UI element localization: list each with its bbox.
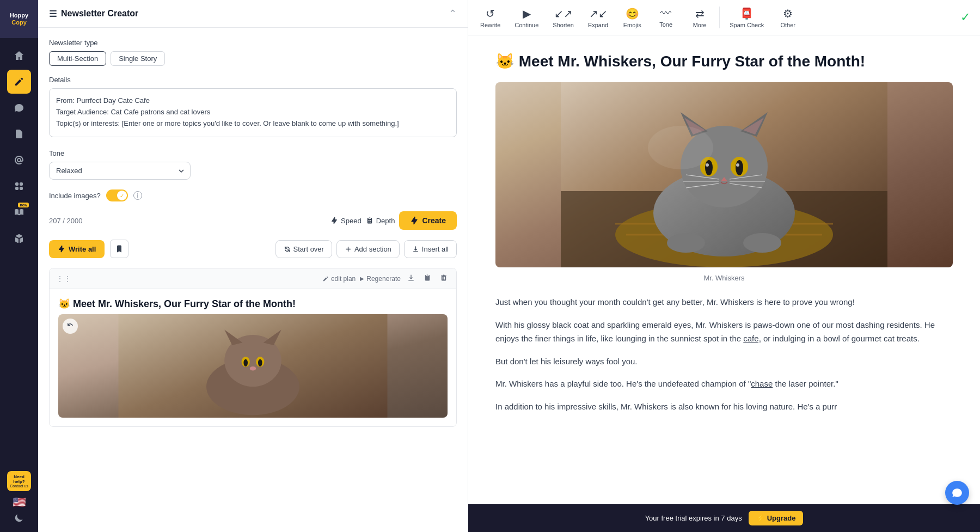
expand-button[interactable]: ↗↙ Expand (581, 3, 615, 33)
spam-check-icon: 📮 (740, 7, 754, 20)
edit-plan-button[interactable]: edit plan (322, 275, 356, 283)
shorten-label: Shorten (553, 22, 574, 28)
sidebar-item-home[interactable] (7, 44, 31, 68)
info-icon[interactable]: i (133, 191, 142, 200)
sidebar-item-chat[interactable] (7, 96, 31, 120)
shorten-icon: ↙↗ (554, 7, 573, 20)
toolbar-actions: edit plan ▶ Regenerate (322, 273, 450, 284)
delete-icon-button[interactable] (438, 273, 450, 284)
more-icon: ⇄ (695, 7, 705, 20)
logo-copy: Copy (11, 19, 27, 26)
speed-label: Speed (341, 217, 362, 225)
other-button[interactable]: ⚙ Other (771, 3, 804, 33)
newsletter-type-label: Newsletter type (49, 39, 457, 47)
dark-mode-toggle[interactable] (14, 513, 24, 525)
svg-point-8 (258, 359, 262, 366)
drag-handle-icon[interactable]: ⋮⋮ (56, 274, 71, 283)
bookmark-button[interactable] (110, 240, 128, 258)
preview-paragraph-4: Mr. Whiskers has a playful side too. He'… (495, 377, 953, 391)
help-subtitle: Contact us (9, 484, 29, 488)
sidebar-item-edit[interactable] (7, 70, 31, 94)
language-flag[interactable]: 🇺🇸 (13, 496, 26, 509)
depth-button[interactable]: Depth (366, 217, 395, 225)
upgrade-button[interactable]: ⚡ Upgrade (749, 511, 804, 525)
start-over-label: Start over (293, 245, 324, 253)
collapse-button[interactable]: ⌃ (449, 8, 457, 20)
section-image (58, 314, 448, 418)
tab-multi-section[interactable]: Multi-Section (49, 51, 106, 66)
export-icon-button[interactable] (405, 273, 417, 284)
write-all-label: Write all (69, 245, 96, 253)
tone-section: Tone Relaxed Professional Friendly Forma… (49, 149, 457, 180)
expand-icon: ↗↙ (589, 7, 608, 20)
panel-title-text: Newsletter Creator (61, 9, 138, 19)
svg-point-23 (705, 160, 713, 175)
details-label: Details (49, 76, 457, 84)
toolbar-divider (719, 7, 720, 28)
sidebar-item-document[interactable] (7, 122, 31, 146)
create-label: Create (422, 216, 446, 225)
emojis-icon: 😊 (626, 7, 639, 20)
tone-button[interactable]: 〰 Tone (650, 3, 682, 32)
add-section-label: Add section (354, 245, 391, 253)
include-images-row: Include images? ✓ i (49, 189, 457, 201)
section-right-buttons: Start over Add section Insert all (275, 240, 457, 258)
upgrade-label: Upgrade (767, 514, 796, 522)
sidebar-item-book[interactable]: new (7, 200, 31, 224)
details-textarea[interactable]: From: Purrfect Day Cate Cafe Target Audi… (49, 88, 457, 137)
speed-button[interactable]: Speed (330, 217, 362, 225)
more-button[interactable]: ⇄ More (683, 3, 716, 33)
copy-icon-button[interactable] (421, 273, 433, 284)
rewrite-button[interactable]: ↺ Rewrite (474, 3, 507, 33)
toggle-knob: ✓ (117, 191, 127, 200)
chase-link[interactable]: chase (751, 379, 773, 388)
preview-image-inner (495, 82, 953, 267)
spam-check-label: Spam Check (730, 22, 764, 28)
left-panel: ☰ Newsletter Creator ⌃ Newsletter type M… (38, 0, 468, 532)
refresh-image-button[interactable] (63, 319, 78, 334)
right-panel: ↺ Rewrite ▶ Continue ↙↗ Shorten ↗↙ Expan… (468, 0, 980, 532)
tone-select[interactable]: Relaxed Professional Friendly Formal Cas… (49, 162, 191, 180)
continue-label: Continue (514, 22, 538, 28)
logo[interactable]: Hoppy Copy (0, 0, 38, 38)
sidebar-nav: new (7, 38, 31, 471)
svg-point-26 (736, 163, 739, 167)
preview-paragraph-2: With his glossy black coat and sparkling… (495, 318, 953, 346)
rewrite-label: Rewrite (480, 22, 500, 28)
shorten-button[interactable]: ↙↗ Shorten (546, 3, 580, 33)
sidebar-item-at[interactable] (7, 148, 31, 172)
section-title: 🐱 Meet Mr. Whiskers, Our Furry Star of t… (50, 289, 456, 314)
svg-point-9 (250, 366, 256, 371)
help-title: Need help? (9, 474, 29, 484)
help-box[interactable]: Need help? Contact us (7, 471, 31, 491)
chat-support-bubble[interactable] (945, 481, 969, 505)
tone-icon: 〰 (660, 7, 671, 20)
section-buttons-row: Write all Start over Add section Insert … (49, 240, 457, 258)
include-images-toggle[interactable]: ✓ (106, 189, 128, 201)
write-all-button[interactable]: Write all (49, 240, 105, 258)
newsletter-type-tabs: Multi-Section Single Story (49, 51, 457, 66)
trial-text: Your free trial expires in 7 days (645, 514, 742, 522)
preview-paragraph-3: But don't let his leisurely ways fool yo… (495, 354, 953, 369)
regenerate-button[interactable]: ▶ Regenerate (360, 275, 401, 283)
svg-point-25 (706, 163, 709, 167)
start-over-button[interactable]: Start over (275, 240, 332, 258)
cafe-link[interactable]: cafe, (743, 334, 761, 343)
tone-label: Tone (49, 149, 457, 157)
more-label: More (693, 22, 707, 28)
create-button[interactable]: Create (399, 211, 457, 230)
svg-point-24 (736, 160, 743, 175)
svg-point-7 (243, 359, 248, 366)
insert-all-button[interactable]: Insert all (404, 240, 457, 258)
actions-row: 207 / 2000 Speed Depth Create (49, 211, 457, 230)
sidebar-item-box[interactable] (7, 227, 31, 250)
continue-button[interactable]: ▶ Continue (508, 3, 545, 33)
preview-body: Just when you thought your month couldn'… (495, 295, 953, 413)
tab-single-story[interactable]: Single Story (111, 51, 165, 66)
emojis-button[interactable]: 😊 Emojis (616, 3, 648, 33)
add-section-button[interactable]: Add section (336, 240, 400, 258)
emojis-label: Emojis (623, 22, 641, 28)
spam-check-button[interactable]: 📮 Spam Check (723, 3, 770, 33)
sidebar-item-grid[interactable] (7, 174, 31, 198)
sidebar: Hoppy Copy new Need help? (0, 0, 38, 532)
